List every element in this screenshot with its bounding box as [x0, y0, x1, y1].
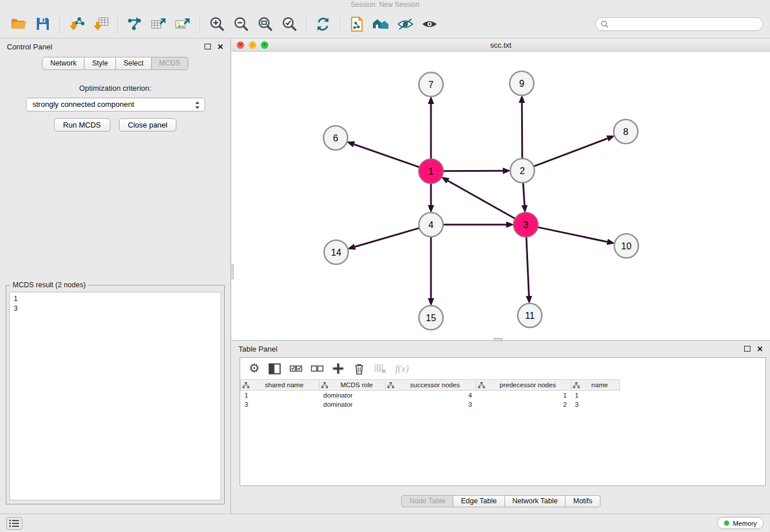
graph-edge-3-11[interactable] — [526, 237, 529, 296]
table-row[interactable]: 1dominator411 — [241, 391, 766, 400]
network-canvas[interactable]: 7968124314101511 — [232, 52, 770, 340]
float-control-panel-button[interactable] — [205, 44, 211, 49]
add-row-button[interactable] — [332, 363, 344, 375]
table-cell[interactable]: dominator — [319, 391, 386, 400]
minimize-window-button[interactable]: − — [249, 41, 256, 49]
home-button[interactable] — [369, 13, 392, 36]
tab-select[interactable]: Select — [116, 57, 152, 70]
open-file-button[interactable] — [7, 13, 30, 36]
delete-table-button[interactable] — [374, 363, 387, 374]
float-table-panel-button[interactable] — [744, 346, 750, 352]
import-network-button[interactable] — [65, 13, 88, 36]
zoom-out-icon — [233, 16, 249, 32]
table-cell[interactable]: 3 — [386, 400, 476, 409]
import-table-button[interactable] — [89, 13, 112, 36]
function-builder-button[interactable]: f(x) — [395, 363, 409, 375]
split-view-button[interactable] — [268, 363, 281, 375]
tab-motifs[interactable]: Motifs — [565, 495, 600, 507]
zoom-in-button[interactable] — [205, 13, 228, 36]
table-cell-filler — [620, 391, 766, 400]
table-row[interactable]: 3dominator323 — [241, 400, 766, 409]
table-cell[interactable]: 1 — [241, 391, 319, 400]
table-cell[interactable]: 1 — [571, 391, 620, 400]
tab-mcds[interactable]: MCDS — [152, 57, 188, 70]
pane-splitter-handle-left[interactable] — [230, 264, 234, 279]
export-table-icon — [151, 16, 167, 32]
apply-style-button[interactable] — [394, 13, 417, 36]
table-cell-filler — [620, 400, 766, 409]
deselect-all-button[interactable] — [311, 364, 324, 373]
column-header-mcds-role[interactable]: MCDS role — [319, 380, 386, 391]
column-header-successor-nodes[interactable]: successor nodes — [386, 380, 476, 391]
graph-edge-4-14[interactable] — [355, 228, 419, 247]
close-control-panel-button[interactable]: ✕ — [217, 43, 224, 51]
criterion-dropdown[interactable]: strongly connected component — [26, 98, 205, 111]
save-icon — [35, 16, 51, 32]
graph-node-label-14: 14 — [331, 248, 341, 257]
graph-edge-2-3[interactable] — [523, 183, 524, 205]
search-input[interactable] — [595, 17, 763, 31]
criterion-dropdown-value: strongly connected component — [33, 100, 134, 109]
task-history-button[interactable] — [6, 517, 22, 530]
tab-style[interactable]: Style — [84, 57, 116, 70]
column-tree-icon — [321, 382, 328, 388]
control-panel-header: Control Panel ✕ — [0, 39, 230, 54]
window-controls: ✕ − + — [237, 41, 268, 49]
network-canvas-svg[interactable]: 7968124314101511 — [232, 52, 770, 340]
table-cell[interactable]: dominator — [319, 400, 386, 409]
table-cell[interactable]: 2 — [476, 400, 571, 409]
graph-node-label-2: 2 — [520, 166, 525, 176]
column-tree-icon — [242, 382, 249, 388]
toolbar-separator — [306, 14, 306, 34]
clone-network-button[interactable] — [345, 13, 368, 36]
zoom-selected-button[interactable] — [278, 13, 301, 36]
column-tree-icon — [573, 382, 580, 388]
toggle-visibility-button[interactable] — [418, 13, 441, 36]
close-window-button[interactable]: ✕ — [237, 41, 244, 49]
delete-table-icon — [374, 363, 387, 374]
table-cell[interactable]: 1 — [476, 391, 571, 400]
mcds-result-lines[interactable]: 13 — [9, 292, 221, 500]
apply-layout-button[interactable] — [311, 13, 334, 36]
close-table-panel-button[interactable]: ✕ — [757, 345, 763, 353]
split-view-icon — [268, 363, 281, 375]
plus-icon: + — [263, 43, 266, 48]
mcds-result-box: MCDS result (2 nodes) 13 — [6, 285, 225, 504]
trash-icon — [353, 363, 365, 375]
mcds-buttons-row: Run MCDS Close panel — [0, 118, 230, 132]
graph-edge-3-1[interactable] — [448, 181, 515, 219]
search-icon — [600, 20, 609, 30]
table-cell[interactable]: 3 — [571, 400, 620, 409]
tab-network[interactable]: Network — [42, 57, 84, 70]
table-cell[interactable]: 3 — [241, 400, 319, 409]
graph-edge-1-6[interactable] — [354, 144, 419, 167]
close-icon: ✕ — [238, 43, 243, 48]
graph-edge-2-9[interactable] — [522, 103, 522, 159]
delete-row-button[interactable] — [353, 363, 365, 375]
save-session-button[interactable] — [31, 13, 54, 36]
select-all-button[interactable] — [290, 364, 302, 373]
tab-network-table[interactable]: Network Table — [505, 495, 566, 507]
zoom-out-button[interactable] — [229, 13, 252, 36]
run-mcds-button[interactable]: Run MCDS — [54, 118, 110, 132]
table-cell[interactable]: 4 — [386, 391, 476, 400]
zoom-fit-button[interactable] — [253, 13, 276, 36]
column-header-name[interactable]: name — [571, 380, 620, 391]
export-image-button[interactable] — [171, 13, 194, 36]
column-tree-icon — [478, 382, 485, 388]
column-header-predecessor-nodes[interactable]: predecessor nodes — [476, 380, 571, 391]
tab-edge-table[interactable]: Edge Table — [453, 495, 505, 507]
column-settings-button[interactable]: ⚙ — [249, 363, 260, 375]
close-panel-button[interactable]: Close panel — [119, 118, 177, 132]
toolbar-separator — [340, 14, 340, 34]
zoom-window-button[interactable]: + — [261, 41, 268, 49]
export-table-button[interactable] — [147, 13, 170, 36]
deselect-all-icon — [311, 364, 324, 373]
graph-edge-2-8[interactable] — [534, 138, 608, 167]
graph-edge-3-10[interactable] — [538, 227, 607, 242]
column-header-shared-name[interactable]: shared name — [241, 380, 319, 391]
graph-edge-1-2[interactable] — [443, 171, 503, 171]
memory-button[interactable]: Memory — [717, 517, 764, 529]
new-network-button[interactable] — [123, 13, 146, 36]
tab-node-table[interactable]: Node Table — [401, 495, 453, 507]
